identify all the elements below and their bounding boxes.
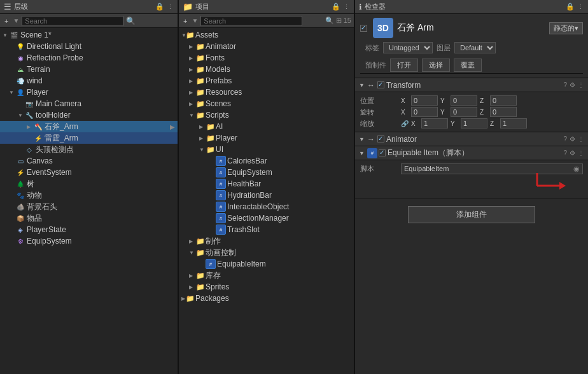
proj-item-fonts[interactable]: 📁 Fonts — [179, 52, 354, 64]
tree-item-scene[interactable]: 🎬 Scene 1* — [0, 29, 178, 41]
hierarchy-search-input[interactable] — [22, 16, 123, 26]
tree-item-checkpoint[interactable]: ◇ 头顶检测点 — [0, 144, 178, 155]
project-icon: 📁 — [183, 2, 193, 11]
proj-item-animation-ctrl[interactable]: 📁 动画控制 — [179, 247, 354, 258]
tree-item-terrain[interactable]: ⛰ Terrain — [0, 64, 178, 75]
script-circle-icon[interactable]: ◉ — [573, 165, 580, 173]
prefab-open-button[interactable]: 打开 — [390, 59, 418, 72]
transform-component-header[interactable]: ▼ ↔ Transform ? ⚙ ⋮ — [355, 78, 588, 92]
tree-item-canvas[interactable]: ▭ Canvas — [0, 155, 178, 167]
proj-item-healthbar[interactable]: # HealthBar — [179, 178, 354, 190]
proj-item-inventory[interactable]: 📁 库存 — [179, 270, 354, 281]
tree-item-eventsys[interactable]: ⚡ EventSystem — [0, 167, 178, 178]
tree-item-animal[interactable]: 🐾 动物 — [0, 190, 178, 201]
prefab-select-button[interactable]: 选择 — [422, 59, 450, 72]
animator-fold-icon: ▼ — [359, 136, 365, 142]
proj-item-animator[interactable]: 📁 Animator — [179, 41, 354, 52]
tree-item-playerstate[interactable]: ◈ PlayerState — [0, 224, 178, 235]
rot-y-input[interactable] — [451, 107, 477, 117]
proj-item-scripts[interactable]: 📁 Scripts — [179, 109, 354, 121]
wind-label: wind — [27, 76, 43, 85]
ui-label: UI — [216, 145, 223, 154]
pos-x-input[interactable] — [411, 95, 438, 106]
animator-component-header[interactable]: ▼ → Animator ? ⚙ ⋮ — [355, 132, 588, 146]
equip-enable-checkbox[interactable] — [379, 149, 386, 156]
hierarchy-add-button[interactable]: + — [3, 17, 10, 25]
proj-item-prefabs[interactable]: 📁 Prefabs — [179, 75, 354, 87]
transform-question-icon[interactable]: ? — [563, 81, 567, 88]
tree-item-maincam[interactable]: 📷 Main Camera — [0, 98, 178, 109]
animator-gear-icon[interactable]: ⚙ — [570, 135, 575, 142]
add-component-container: 添加组件 — [355, 198, 588, 231]
tree-item-wind[interactable]: 💨 wind — [0, 75, 178, 87]
tag-select[interactable]: Untagged — [383, 42, 433, 53]
proj-item-assets[interactable]: 📁 Assets — [179, 29, 354, 41]
proj-item-hydrationbar[interactable]: # HydrationBar — [179, 190, 354, 201]
pos-y-input[interactable] — [451, 95, 477, 106]
equip-gear-icon[interactable]: ⚙ — [570, 149, 575, 156]
animator-question-icon[interactable]: ? — [563, 135, 567, 142]
equip-menu-icon[interactable]: ⋮ — [578, 149, 584, 156]
proj-item-resources[interactable]: 📁 Resources — [179, 87, 354, 98]
project-lock-icon[interactable]: 🔒 — [332, 3, 340, 11]
proj-item-ai[interactable]: 📁 AI — [179, 121, 354, 132]
inspector-menu-icon[interactable]: ⋮ — [577, 3, 584, 11]
proj-item-equipsystem[interactable]: # EquipSystem — [179, 167, 354, 178]
proj-item-ui[interactable]: 📁 UI — [179, 144, 354, 155]
project-add-button[interactable]: + — [181, 17, 189, 25]
proj-item-manufacture[interactable]: 📁 制作 — [179, 235, 354, 247]
sprites-icon: 📁 — [195, 282, 206, 292]
obj-enable-checkbox[interactable] — [360, 25, 367, 32]
equip-question-icon[interactable]: ? — [563, 149, 567, 156]
animator-menu-icon[interactable]: ⋮ — [578, 135, 584, 142]
proj-item-scriptplayer[interactable]: 📁 Player — [179, 132, 354, 144]
scale-x-input[interactable] — [421, 118, 448, 128]
animator-enable-checkbox[interactable] — [377, 135, 384, 142]
transform-enable-checkbox[interactable] — [377, 81, 384, 88]
rot-z-input[interactable] — [490, 107, 517, 117]
proj-item-selectionmgr[interactable]: # SelectionManager — [179, 212, 354, 224]
proj-item-scenes[interactable]: 📁 Scenes — [179, 98, 354, 109]
tree-item-arm1[interactable]: 🪓 石斧_Arm ▶ — [0, 121, 178, 132]
pos-z-input[interactable] — [490, 95, 517, 106]
models-arrow — [189, 67, 195, 73]
transform-menu-icon[interactable]: ⋮ — [578, 81, 584, 88]
proj-item-trashslot[interactable]: # TrashSlot — [179, 224, 354, 235]
hierarchy-panel: ☰ 层级 🔒 ⋮ + ▼ 🔍 🎬 Scene 1* — [0, 0, 178, 374]
proj-item-equipableitem[interactable]: # EquipableItem — [179, 258, 354, 270]
proj-item-caloriesbar[interactable]: # CaloriesBar — [179, 155, 354, 167]
hierarchy-menu-icon[interactable]: ⋮ — [167, 3, 174, 11]
equipable-component-header[interactable]: ▼ # Equipable Item（脚本） ? ⚙ ⋮ — [355, 146, 588, 160]
proj-item-sprites[interactable]: 📁 Sprites — [179, 281, 354, 293]
player-label: Player — [27, 88, 48, 97]
add-component-button[interactable]: 添加组件 — [408, 206, 535, 223]
sprites-arrow — [189, 284, 195, 290]
eventsys-label: EventSystem — [27, 168, 72, 177]
tree-icon-el: 🌲 — [15, 179, 25, 189]
project-search-input[interactable] — [200, 16, 302, 26]
sprites-label: Sprites — [206, 282, 229, 291]
scale-y-input[interactable] — [461, 118, 487, 128]
tree-item-items[interactable]: 📦 物品 — [0, 212, 178, 224]
tree-item-dlight[interactable]: 💡 Directional Light — [0, 41, 178, 52]
inspector-lock-icon[interactable]: 🔒 — [566, 3, 575, 11]
tree-item-arm2[interactable]: ⚡ 雷霆_Arm — [0, 132, 178, 144]
tree-item-rprobe[interactable]: ◉ Reflection Probe — [0, 52, 178, 64]
proj-item-packages[interactable]: 📁 Packages — [179, 293, 354, 304]
rot-x-input[interactable] — [411, 107, 438, 117]
tree-item-player[interactable]: 👤 Player — [0, 87, 178, 98]
scale-z-input[interactable] — [500, 118, 527, 128]
project-menu-icon[interactable]: ⋮ — [343, 3, 350, 11]
tree-item-equipsys[interactable]: ⚙ EquipSystem — [0, 235, 178, 247]
tree-item-tree[interactable]: 🌲 树 — [0, 178, 178, 190]
obj-static-button[interactable]: 静态的▾ — [549, 22, 583, 34]
project-title: 项目 — [195, 2, 209, 11]
transform-gear-icon[interactable]: ⚙ — [570, 81, 575, 88]
proj-item-interactableobj[interactable]: # InteractableObject — [179, 201, 354, 212]
hierarchy-lock-icon[interactable]: 🔒 — [155, 3, 164, 11]
prefab-override-button[interactable]: 覆盖 — [454, 59, 482, 72]
tree-item-toolholder[interactable]: 🔧 toolHolder — [0, 109, 178, 121]
tree-item-rock[interactable]: 🪨 背景石头 — [0, 201, 178, 212]
layer-select[interactable]: Default — [454, 42, 496, 53]
proj-item-models[interactable]: 📁 Models — [179, 64, 354, 75]
